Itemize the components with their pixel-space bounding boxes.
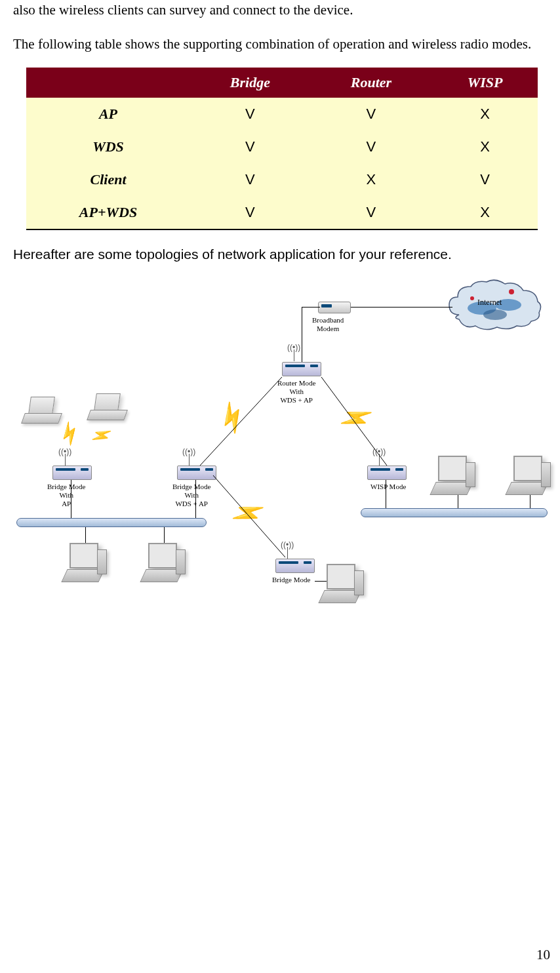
mode-support-table: Bridge Router WISP AP V V X WDS V V X Cl…: [26, 68, 538, 230]
connection-line: [302, 307, 320, 308]
connection-line: [452, 307, 452, 308]
connection-line: [197, 374, 285, 469]
table-row: AP V V X: [26, 98, 538, 130]
connection-line: [210, 472, 289, 564]
page-number: 10: [536, 947, 550, 963]
table-row: AP+WDS V V X: [26, 196, 538, 229]
router-icon: [282, 362, 321, 376]
cell: V: [190, 130, 310, 163]
svg-line-5: [200, 377, 282, 466]
wisp-mode-label: WISP Mode: [370, 483, 406, 491]
connection-line: [195, 480, 196, 518]
cell: V: [310, 130, 432, 163]
router-icon: [275, 559, 315, 573]
th-empty: [26, 68, 190, 98]
cell: V: [190, 196, 310, 229]
desktop-tower-icon: [466, 462, 475, 487]
svg-line-7: [213, 475, 285, 557]
desktop-tower-icon: [176, 549, 186, 574]
intro-line-1: also the wireless clients can survey and…: [13, 0, 547, 21]
table-header-row: Bridge Router WISP: [26, 68, 538, 98]
row-label: WDS: [26, 130, 190, 163]
connection-line: [318, 374, 390, 469]
connection-line: [71, 480, 71, 518]
th-router: Router: [310, 68, 432, 98]
internet-label: Internet: [477, 298, 502, 307]
laptop-icon: [23, 397, 59, 423]
cell: V: [310, 196, 432, 229]
svg-point-3: [509, 289, 514, 294]
table-row: WDS V V X: [26, 130, 538, 163]
modem-icon: [318, 302, 351, 313]
connection-line: [85, 527, 86, 544]
connection-line: [386, 480, 386, 508]
cell: V: [310, 98, 432, 130]
cell: X: [432, 98, 538, 130]
th-wisp: WISP: [432, 68, 538, 98]
connection-line: [164, 527, 165, 544]
connection-line: [351, 307, 452, 308]
cell: X: [432, 196, 538, 229]
bridge-wds-ap-label: Bridge Mode With WDS + AP: [172, 483, 210, 509]
table-row: Client V X V: [26, 163, 538, 196]
modem-label: Broadband Modem: [312, 316, 344, 333]
cell: V: [190, 98, 310, 130]
svg-point-4: [470, 296, 474, 300]
cell: V: [432, 163, 538, 196]
laptop-icon: [89, 393, 125, 420]
th-bridge: Bridge: [190, 68, 310, 98]
desktop-tower-icon: [354, 570, 364, 595]
wireless-bolt-icon: ⚡: [89, 422, 115, 448]
topology-intro: Hereafter are some topologies of network…: [13, 247, 547, 262]
bridge-mode-label: Bridge Mode: [272, 576, 310, 584]
row-label: AP+WDS: [26, 196, 190, 229]
cell: V: [190, 163, 310, 196]
desktop-tower-icon: [541, 462, 551, 487]
svg-line-6: [321, 377, 387, 466]
cell: X: [432, 130, 538, 163]
ethernet-bus-icon: [16, 518, 207, 527]
row-label: Client: [26, 163, 190, 196]
row-label: AP: [26, 98, 190, 130]
bridge-ap-label: Bridge Mode With AP: [47, 483, 85, 509]
network-topology-diagram: Internet Broadband Modem ((•)) Router Mo…: [13, 275, 547, 643]
intro-line-2: The following table shows the supporting…: [13, 34, 547, 55]
router-icon: [52, 466, 92, 480]
svg-point-2: [483, 309, 507, 320]
desktop-tower-icon: [97, 549, 107, 574]
antenna-icon: ((•)): [287, 343, 300, 364]
connection-line: [302, 307, 302, 369]
cell: X: [310, 163, 432, 196]
ethernet-bus-icon: [361, 508, 548, 517]
